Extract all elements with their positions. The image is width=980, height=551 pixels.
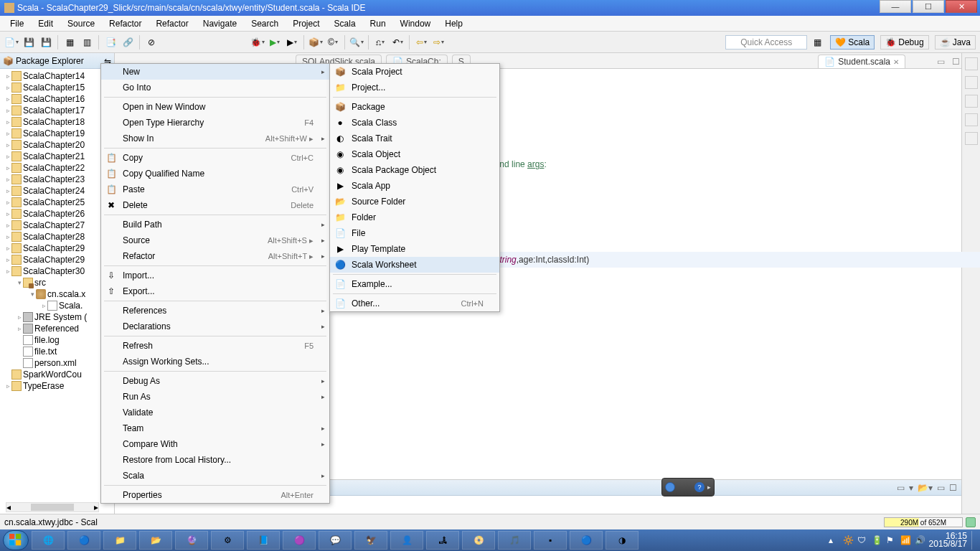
tree-item[interactable]: ▹ScalaChapter19 xyxy=(0,128,114,139)
run-last-icon[interactable]: ▶ xyxy=(285,35,299,50)
tree-item[interactable]: ▹JRE System ( xyxy=(0,311,114,323)
nav-icon[interactable]: ⎌ xyxy=(373,35,387,50)
close-icon[interactable]: ✕ xyxy=(893,58,899,66)
tree-item[interactable]: ▹ScalaChapter27 xyxy=(0,220,114,231)
tree-item-pkg[interactable]: ▾cn.scala.x xyxy=(0,288,114,300)
menu-run[interactable]: Run xyxy=(363,17,393,30)
tree-item-file[interactable]: ▹Scala. xyxy=(0,300,114,311)
task-app[interactable]: 👤 xyxy=(390,531,423,550)
toggle-icon[interactable]: ▥ xyxy=(80,35,94,50)
clock[interactable]: 16:15 2015/8/17 xyxy=(929,532,967,548)
menu-project[interactable]: Project xyxy=(286,17,326,30)
menu-debug-as[interactable]: Debug As▸ xyxy=(101,373,329,389)
menu-open-type-hierarchy[interactable]: Open Type HierarchyF4 xyxy=(101,115,329,131)
menu-run-as[interactable]: Run As▸ xyxy=(101,389,329,405)
view-menu-icon[interactable]: ▭ xyxy=(897,483,905,493)
tree-item[interactable]: SparkWordCou xyxy=(0,369,114,380)
close-button[interactable]: ✕ xyxy=(946,0,977,13)
menu-copy[interactable]: 📋CopyCtrl+C xyxy=(101,150,329,166)
gc-icon[interactable] xyxy=(966,517,976,527)
context-menu[interactable]: New▸Go IntoOpen in New WindowOpen Type H… xyxy=(100,63,330,504)
max-button[interactable]: ☐ xyxy=(913,0,944,13)
show-desktop[interactable] xyxy=(971,531,977,550)
menu-other-[interactable]: 📄Other...Ctrl+N xyxy=(330,296,499,311)
menu-scala-trait[interactable]: ◐Scala Trait xyxy=(330,131,499,146)
system-tray[interactable]: ▴ 🔆 🛡 🔋 ⚑ 📶 🔊 16:15 2015/8/17 xyxy=(829,531,977,550)
toggle-icon[interactable]: ▦ xyxy=(62,35,77,50)
menu-scala[interactable]: Scala xyxy=(327,17,363,30)
new-submenu[interactable]: 📦Scala Project📁Project...📦Package●Scala … xyxy=(329,63,500,312)
task-ie[interactable]: 🔵 xyxy=(570,531,603,550)
maximize-icon[interactable]: ☐ xyxy=(949,483,957,493)
nav-icon[interactable] xyxy=(965,132,978,145)
menu-package[interactable]: 📦Package xyxy=(330,99,499,115)
menu-show-in[interactable]: Show InAlt+Shift+W ▸▸ xyxy=(101,131,329,146)
debug-icon[interactable]: 🐞 xyxy=(250,35,265,50)
tray-up-icon[interactable]: ▴ xyxy=(829,535,839,545)
menu-scala-project[interactable]: 📦Scala Project xyxy=(330,64,499,80)
menu-search[interactable]: Search xyxy=(244,17,286,30)
view-menu-icon[interactable]: 📂▾ xyxy=(918,483,933,493)
nav-icon[interactable] xyxy=(965,113,978,126)
tree-item[interactable]: ▹ScalaChapter29 xyxy=(0,254,114,265)
tree-item[interactable]: ▹ScalaChapter16 xyxy=(0,93,114,105)
menu-file[interactable]: File xyxy=(3,17,31,30)
menu-source[interactable]: SourceAlt+Shift+S ▸▸ xyxy=(101,232,329,248)
task-app[interactable]: ⚙ xyxy=(211,531,244,550)
minimize-icon[interactable]: ▭ xyxy=(936,55,946,68)
menu-declarations[interactable]: Declarations▸ xyxy=(101,319,329,334)
task-app[interactable]: 🏞 xyxy=(426,531,459,550)
horizontal-scrollbar[interactable]: ◂▸ xyxy=(6,502,99,512)
task-app[interactable]: 🔮 xyxy=(175,531,208,550)
help-icon[interactable]: ? xyxy=(694,482,705,492)
tree-item[interactable]: ▹ScalaChapter23 xyxy=(0,174,114,185)
menu-refactor[interactable]: RefactorAlt+Shift+T ▸▸ xyxy=(101,248,329,264)
tree-item[interactable]: ▹ScalaChapter21 xyxy=(0,151,114,162)
tree-item[interactable]: ▹ScalaChapter22 xyxy=(0,162,114,174)
tab-student[interactable]: 📄Student.scala✕ xyxy=(818,55,905,68)
menu-new[interactable]: New▸ xyxy=(101,64,329,80)
outline-icon[interactable] xyxy=(965,57,978,70)
tree-item[interactable]: ▹ScalaChapter17 xyxy=(0,105,114,116)
tree-item[interactable]: ▹TypeErase xyxy=(0,380,114,392)
code-line-active[interactable]: .on[Int],name:String,age:Int,classId:Int… xyxy=(441,252,980,268)
menu-references[interactable]: References▸ xyxy=(101,303,329,319)
task-app[interactable]: 🟣 xyxy=(283,531,316,550)
new-pkg-icon[interactable]: 📦 xyxy=(308,35,323,50)
menu-validate[interactable]: Validate xyxy=(101,405,329,420)
quick-access-input[interactable]: Quick Access xyxy=(725,35,807,50)
menu-refactor[interactable]: Refactor xyxy=(102,17,149,30)
save-button[interactable]: 💾 xyxy=(22,35,36,50)
debug-perspective[interactable]: 🐞 Debug xyxy=(880,35,928,50)
save-all-button[interactable]: 💾 xyxy=(39,35,53,50)
menu-scala-package-object[interactable]: ◉Scala Package Object xyxy=(330,162,499,178)
tree-item[interactable]: ▹ScalaChapter15 xyxy=(0,82,114,93)
min-button[interactable]: — xyxy=(880,0,911,13)
task-app[interactable]: 🔵 xyxy=(67,531,100,550)
back-icon[interactable]: ⇦ xyxy=(414,35,428,50)
menu-window[interactable]: Window xyxy=(393,17,438,30)
tree-item[interactable]: person.xml xyxy=(0,357,114,369)
tree-item-src[interactable]: ▾src xyxy=(0,277,114,288)
minimize-icon[interactable]: ▭ xyxy=(937,483,945,493)
task-app[interactable]: 🦅 xyxy=(354,531,387,550)
task-app[interactable]: 📀 xyxy=(462,531,495,550)
menu-help[interactable]: Help xyxy=(438,17,470,30)
maximize-icon[interactable]: ☐ xyxy=(951,55,961,68)
skip-breakpoints-icon[interactable]: ⊘ xyxy=(144,35,159,50)
organize-imports-icon[interactable]: 📑 xyxy=(103,35,118,50)
menu-file[interactable]: 📄File xyxy=(330,225,499,241)
tree-item[interactable]: ▹ScalaChapter14 xyxy=(0,70,114,82)
menu-refresh[interactable]: RefreshF5 xyxy=(101,338,329,354)
tree-item[interactable]: ▹ScalaChapter30 xyxy=(0,265,114,277)
task-wechat[interactable]: 💬 xyxy=(319,531,352,550)
link-icon[interactable]: 🔗 xyxy=(121,35,135,50)
menu-assign-working-sets-[interactable]: Assign Working Sets... xyxy=(101,354,329,369)
tree-item[interactable]: ▹ScalaChapter24 xyxy=(0,185,114,197)
menu-scala-class[interactable]: ●Scala Class xyxy=(330,115,499,131)
nav-icon[interactable]: ↶ xyxy=(390,35,405,50)
menu-folder[interactable]: 📁Folder xyxy=(330,209,499,225)
menu-scala[interactable]: Scala▸ xyxy=(101,468,329,484)
open-perspective-icon[interactable]: ▦ xyxy=(810,35,824,50)
scala-perspective[interactable]: 🧡 Scala xyxy=(830,35,875,50)
